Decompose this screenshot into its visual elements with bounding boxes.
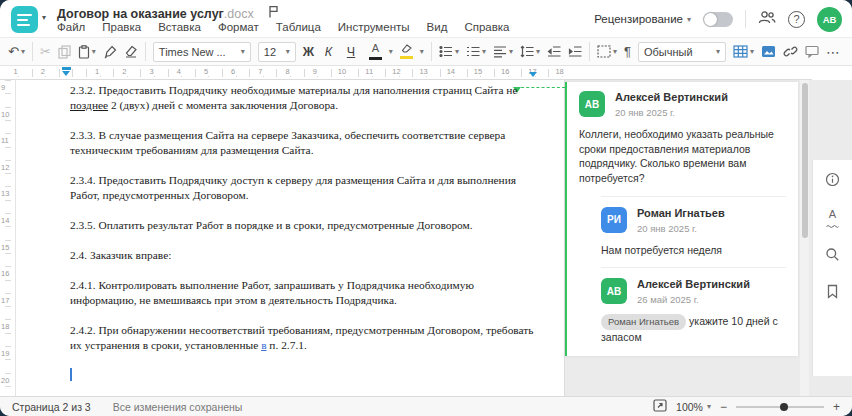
ruler-number: 12 — [1, 162, 9, 173]
review-mode-button[interactable]: Рецензирование▾ — [594, 13, 691, 25]
paragraph[interactable] — [70, 368, 540, 383]
zoom-out-button[interactable]: − — [720, 400, 727, 414]
chevron-down-icon[interactable]: ▾ — [750, 47, 754, 56]
ruler-number: 2 — [39, 67, 47, 76]
ruler-number: 6 — [229, 67, 237, 76]
paragraph[interactable]: 2.4.2. При обнаружении несоответствий тр… — [70, 323, 540, 353]
first-line-indent-marker[interactable] — [62, 71, 70, 76]
chevron-down-icon[interactable]: ▾ — [21, 47, 25, 56]
insert-table-button[interactable]: ▾ — [733, 45, 754, 58]
font-size-select[interactable]: 12▾ — [258, 42, 296, 62]
paragraph[interactable]: 2.4.1. Контролировать выполнение Работ, … — [70, 278, 540, 308]
comments-scrollbar[interactable] — [800, 80, 809, 396]
comment-reply[interactable]: АВАлексей Вертинский26 май 2025 г.Роман … — [601, 267, 786, 344]
comment-text: Нам потребуется неделя — [601, 243, 786, 258]
copy-button[interactable] — [58, 45, 71, 59]
chevron-down-icon[interactable]: ▾ — [536, 47, 540, 56]
undo-button[interactable]: ↶▾ — [8, 44, 25, 59]
app-logo-icon[interactable] — [11, 6, 38, 33]
horizontal-ruler[interactable]: 21123456789101112131415161718 — [0, 66, 812, 80]
fit-page-icon[interactable] — [653, 399, 667, 414]
spellcheck-icon[interactable]: А — [826, 209, 839, 229]
right-indent-marker[interactable] — [529, 72, 537, 77]
chevron-down-icon[interactable]: ▾ — [613, 47, 617, 56]
comment-avatar: РИ — [601, 207, 627, 233]
paragraph[interactable]: 2.3.4. Предоставить Подрядчику доступ к … — [70, 173, 540, 203]
chevron-down-icon[interactable]: ▾ — [482, 47, 486, 56]
indent-marker-bar[interactable] — [62, 67, 71, 70]
menu-item[interactable]: Вид — [427, 21, 448, 33]
scrollbar-thumb[interactable] — [802, 83, 808, 238]
insert-image-button[interactable] — [761, 45, 776, 58]
increase-indent-button[interactable] — [568, 45, 582, 58]
zoom-slider-knob[interactable] — [780, 403, 788, 411]
document-page[interactable]: 2.3.2. Предоставить Подрядчику необходим… — [16, 80, 565, 396]
zoom-slider[interactable] — [736, 401, 824, 413]
underline-button[interactable]: Ч — [347, 45, 362, 59]
review-toggle[interactable] — [703, 12, 733, 27]
mention-chip[interactable]: Роман Игнатьев — [601, 314, 686, 329]
ruler-number: 20 — [1, 375, 9, 386]
menu-item[interactable]: Справка — [464, 21, 509, 33]
comment-thread[interactable]: АВАлексей Вертинский20 янв 2025 г.Коллег… — [565, 82, 798, 356]
paragraph[interactable]: 2.3.5. Оплатить результат Работ в порядк… — [70, 218, 540, 233]
menu-item[interactable]: Таблица — [276, 21, 321, 33]
vertical-ruler[interactable]: 91011121314151617181920 — [0, 80, 16, 396]
chevron-down-icon[interactable]: ▾ — [92, 47, 96, 56]
comment[interactable]: АВАлексей Вертинский20 янв 2025 г.Коллег… — [579, 91, 786, 186]
insert-comment-button[interactable] — [805, 45, 819, 58]
comments-panel: АВАлексей Вертинский20 янв 2025 г.Коллег… — [565, 80, 812, 396]
font-family-select[interactable]: Times New ...▾ — [153, 42, 251, 62]
menu-item[interactable]: Файл — [57, 21, 85, 33]
flag-icon[interactable] — [268, 4, 279, 22]
logo-dropdown-caret-icon[interactable]: ▾ — [42, 13, 46, 22]
numbered-list-button[interactable]: ▾ — [466, 45, 486, 58]
paste-button[interactable]: ▾ — [78, 45, 96, 59]
more-tools-button[interactable]: ⋯ — [826, 44, 841, 60]
comment-date: 20 янв 2025 г. — [615, 107, 728, 118]
zoom-level-select[interactable]: 100%▾ — [676, 401, 711, 413]
insert-link-button[interactable] — [783, 45, 798, 58]
line-spacing-button[interactable]: ▾ — [520, 45, 540, 58]
ruler-number: 14 — [445, 67, 457, 76]
paragraph[interactable]: 2.4. Заказчик вправе: — [70, 248, 540, 263]
nonprinting-chars-button[interactable]: ¶ — [624, 44, 631, 59]
format-painter-button[interactable] — [103, 45, 117, 59]
ruler-number: 16 — [499, 67, 511, 76]
help-icon[interactable]: ? — [788, 11, 805, 28]
clear-style-button[interactable] — [124, 45, 138, 58]
paragraph-settings-button[interactable]: ▾ — [597, 45, 617, 58]
ruler-number: 17 — [1, 295, 9, 306]
decrease-indent-button[interactable] — [547, 45, 561, 58]
ruler-number: 18 — [1, 321, 9, 332]
zoom-in-button[interactable]: + — [833, 400, 840, 414]
bookmark-icon[interactable] — [826, 284, 839, 303]
document-text[interactable]: 2.3.2. Предоставить Подрядчику необходим… — [70, 80, 540, 398]
cut-button[interactable]: ✂ — [40, 44, 51, 59]
paragraph[interactable]: 2.3.2. Предоставить Подрядчику необходим… — [70, 83, 540, 113]
chevron-down-icon: ▾ — [687, 15, 691, 24]
collaborators-icon[interactable] — [758, 10, 776, 29]
user-avatar[interactable]: АВ — [817, 7, 842, 32]
page-indicator[interactable]: Страница 2 из 3 — [12, 401, 91, 413]
bold-button[interactable]: Ж — [303, 45, 318, 59]
bullet-list-button[interactable]: ▾ — [439, 45, 459, 58]
font-color-button[interactable]: А — [369, 43, 382, 60]
comment-reply[interactable]: РИРоман Игнатьев20 янв 2025 г.Нам потреб… — [601, 196, 786, 258]
italic-button[interactable]: К — [325, 45, 340, 59]
menu-item[interactable]: Правка — [102, 21, 141, 33]
search-icon[interactable] — [825, 247, 840, 266]
comment-avatar: АВ — [579, 91, 605, 117]
chevron-down-icon[interactable]: ▾ — [509, 47, 513, 56]
menu-item[interactable]: Формат — [218, 21, 259, 33]
chevron-down-icon[interactable]: ▾ — [420, 47, 424, 56]
highlight-color-button[interactable] — [400, 44, 413, 59]
chevron-down-icon[interactable]: ▾ — [455, 47, 459, 56]
chevron-down-icon[interactable]: ▾ — [389, 47, 393, 56]
menu-item[interactable]: Инструменты — [338, 21, 410, 33]
paragraph-style-select[interactable]: Обычный▾ — [638, 42, 726, 62]
align-button[interactable]: ▾ — [493, 45, 513, 58]
menu-item[interactable]: Вставка — [158, 21, 201, 33]
info-icon[interactable] — [825, 172, 840, 191]
paragraph[interactable]: 2.3.3. В случае размещения Сайта на серв… — [70, 128, 540, 158]
